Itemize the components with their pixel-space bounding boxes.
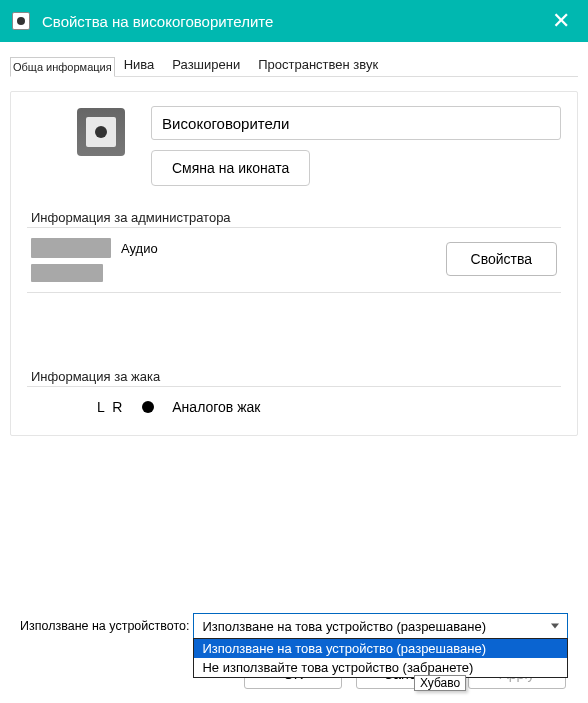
tab-levels[interactable]: Нива [115,52,164,77]
tab-general[interactable]: Обща информация [10,57,115,77]
jack-type-label: Аналогов жак [172,399,260,415]
tooltip: Хубаво [414,675,466,691]
admin-group: Аудио Свойства [27,227,561,293]
tab-bar: Обща информация Нива Разширени Пространс… [10,52,578,77]
properties-button[interactable]: Свойства [446,242,557,276]
change-icon-button[interactable]: Смяна на иконата [151,150,310,186]
close-icon[interactable]: ✕ [546,8,576,34]
jack-group: L R Аналогов жак [27,386,561,421]
general-panel: Смяна на иконата Информация за администр… [10,91,578,436]
device-icon [77,108,125,156]
admin-group-label: Информация за администратора [27,210,561,225]
admin-line1-suffix: Аудио [121,241,158,256]
jack-group-label: Информация за жака [27,369,561,384]
titlebar: Свойства на високоговорителите ✕ [0,0,588,42]
usage-option-enable[interactable]: Използване на това устройство (разрешава… [194,639,567,658]
window-title: Свойства на високоговорителите [42,13,546,30]
device-usage-label: Използване на устройството: [20,619,189,633]
tab-advanced[interactable]: Разширени [163,52,249,77]
redacted-vendor [31,238,111,258]
jack-lr-label: L R [97,399,124,415]
device-usage-dropdown: Използване на това устройство (разрешава… [193,638,568,678]
content-area: Обща информация Нива Разширени Пространс… [0,42,588,464]
device-usage-selected: Използване на това устройство (разрешава… [202,619,486,634]
device-usage-row: Използване на устройството: Използване н… [20,613,568,639]
usage-option-disable[interactable]: Не използвайте това устройство (забранет… [194,658,567,677]
jack-dot-icon [142,401,154,413]
redacted-driver [31,264,103,282]
speaker-icon [86,117,116,147]
window-icon [12,12,30,30]
device-name-input[interactable] [151,106,561,140]
tab-spatial[interactable]: Пространствен звук [249,52,387,77]
device-usage-select[interactable]: Използване на това устройство (разрешава… [193,613,568,639]
